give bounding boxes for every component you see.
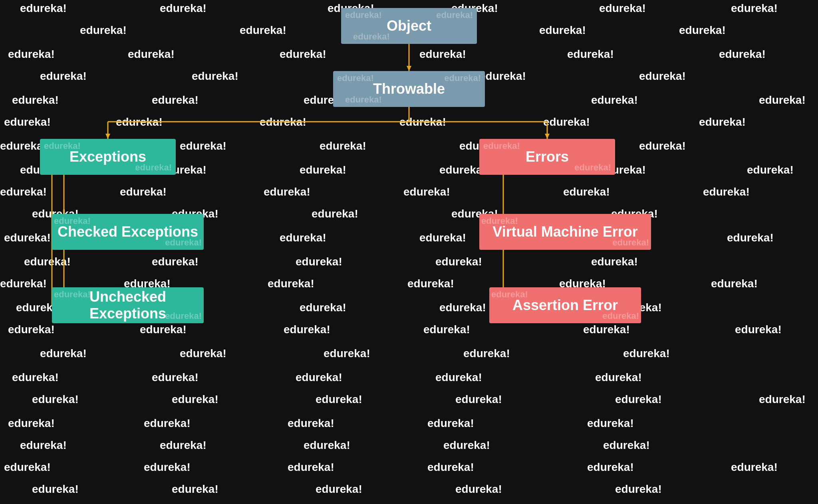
watermark-text: edureka! <box>180 347 226 360</box>
throwable-label: Throwable <box>373 81 445 97</box>
watermark-text: edureka! <box>419 231 466 244</box>
watermark-text: edureka! <box>711 277 758 290</box>
watermark-text: edureka! <box>423 323 470 336</box>
watermark-text: edureka! <box>144 461 191 474</box>
errors-label: Errors <box>526 148 569 165</box>
watermark-text: edureka! <box>152 94 199 107</box>
watermark-text: edureka! <box>427 417 474 430</box>
watermark-text: edureka! <box>20 2 67 15</box>
node-checked-exceptions: edureka! edureka! Checked Exceptions <box>52 214 204 250</box>
node-assertion-error: edureka! edureka! Assertion Error <box>489 287 641 323</box>
watermark-text: edureka! <box>463 347 510 360</box>
watermark-text: edureka! <box>140 323 187 336</box>
node-unchecked-exceptions: edureka! edureka! Unchecked Exceptions <box>52 287 204 323</box>
watermark-text: edureka! <box>316 393 362 406</box>
watermark-text: edureka! <box>316 483 362 496</box>
checked-label: Checked Exceptions <box>58 223 198 240</box>
watermark-text: edureka! <box>563 186 610 198</box>
node-object: edureka! edureka! edureka! Object <box>341 8 477 44</box>
watermark-text: edureka! <box>735 323 782 336</box>
watermark-text: edureka! <box>240 24 286 37</box>
watermark-text: edureka! <box>703 186 750 198</box>
watermark-text: edureka! <box>32 393 79 406</box>
watermark-text: edureka! <box>591 255 638 268</box>
watermark-text: edureka! <box>587 461 634 474</box>
watermark-text: edureka! <box>160 439 206 452</box>
watermark-text: edureka! <box>543 116 590 128</box>
watermark-text: edureka! <box>40 70 87 83</box>
watermark-text: edureka! <box>567 48 614 61</box>
watermark-text: edureka! <box>727 231 774 244</box>
watermark-text: edureka! <box>304 439 350 452</box>
watermark-text: edureka! <box>288 417 334 430</box>
watermark-text: edureka! <box>407 277 454 290</box>
watermark-text: edureka! <box>759 94 806 107</box>
watermark-text: edureka! <box>0 277 47 290</box>
watermark-text: edureka! <box>172 393 218 406</box>
diagram-container: edureka!edureka!edureka!edureka!edureka!… <box>0 0 818 504</box>
svg-marker-7 <box>545 134 550 139</box>
watermark-text: edureka! <box>8 48 55 61</box>
watermark-text: edureka! <box>539 24 586 37</box>
watermark-text: edureka! <box>296 255 342 268</box>
svg-marker-1 <box>407 66 411 71</box>
watermark-text: edureka! <box>615 393 662 406</box>
watermark-text: edureka! <box>439 301 486 314</box>
watermark-text: edureka! <box>180 140 226 152</box>
node-exceptions: edureka! edureka! Exceptions <box>40 139 176 175</box>
watermark-text: edureka! <box>280 48 326 61</box>
watermark-text: edureka! <box>12 94 59 107</box>
watermark-text: edureka! <box>160 2 206 15</box>
watermark-text: edureka! <box>419 48 466 61</box>
watermark-text: edureka! <box>591 94 638 107</box>
watermark-text: edureka! <box>731 2 778 15</box>
watermark-text: edureka! <box>32 483 79 496</box>
assertion-label: Assertion Error <box>512 297 618 314</box>
watermark-text: edureka! <box>583 323 630 336</box>
watermark-text: edureka! <box>120 186 167 198</box>
watermark-text: edureka! <box>435 371 482 384</box>
watermark-text: edureka! <box>719 48 766 61</box>
watermark-text: edureka! <box>172 483 218 496</box>
watermark-text: edureka! <box>128 48 175 61</box>
watermark-text: edureka! <box>639 140 686 152</box>
watermark-text: edureka! <box>324 347 370 360</box>
exceptions-label: Exceptions <box>69 148 146 165</box>
watermark-text: edureka! <box>280 231 326 244</box>
watermark-text: edureka! <box>639 70 686 83</box>
watermark-text: edureka! <box>603 439 650 452</box>
watermark-text: edureka! <box>268 277 314 290</box>
watermark-text: edureka! <box>455 483 502 496</box>
watermark-text: edureka! <box>4 231 51 244</box>
watermark-text: edureka! <box>443 439 490 452</box>
watermark-text: edureka! <box>320 140 366 152</box>
watermark-text: edureka! <box>312 208 358 220</box>
watermark-text: edureka! <box>699 116 746 128</box>
watermark-text: edureka! <box>296 371 342 384</box>
watermark-text: edureka! <box>747 164 794 176</box>
svg-marker-5 <box>105 134 110 139</box>
watermark-text: edureka! <box>24 255 71 268</box>
watermark-text: edureka! <box>40 347 87 360</box>
watermark-text: edureka! <box>284 323 330 336</box>
watermark-text: edureka! <box>399 116 446 128</box>
vme-label: Virtual Machine Error <box>492 223 637 240</box>
watermark-text: edureka! <box>679 24 726 37</box>
node-throwable: edureka! edureka! edureka! Throwable <box>333 71 485 107</box>
watermark-text: edureka! <box>4 461 51 474</box>
watermark-text: edureka! <box>264 186 310 198</box>
watermark-text: edureka! <box>435 255 482 268</box>
watermark-text: edureka! <box>300 164 346 176</box>
watermark-text: edureka! <box>152 371 199 384</box>
watermark-text: edureka! <box>455 393 502 406</box>
watermark-text: edureka! <box>4 116 51 128</box>
watermark-text: edureka! <box>8 323 55 336</box>
watermark-text: edureka! <box>80 24 127 37</box>
watermark-text: edureka! <box>599 2 646 15</box>
watermark-text: edureka! <box>8 417 55 430</box>
watermark-text: edureka! <box>623 347 670 360</box>
watermark-text: edureka! <box>300 301 346 314</box>
unchecked-label: Unchecked Exceptions <box>52 289 204 322</box>
watermark-text: edureka! <box>615 483 662 496</box>
watermark-text: edureka! <box>116 116 163 128</box>
